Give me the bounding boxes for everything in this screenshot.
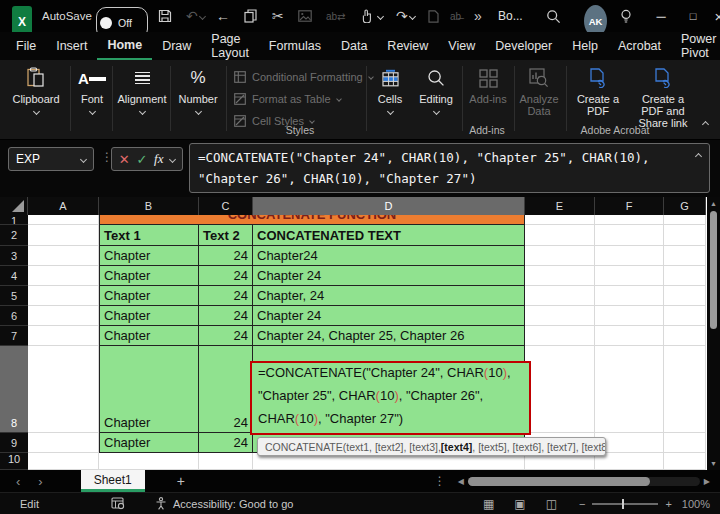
cell-B6[interactable]: Chapter [99,306,199,326]
cell-B3[interactable]: Chapter [99,246,199,266]
col-header-G[interactable]: G [664,197,706,215]
zoom-slider-thumb[interactable] [622,499,624,509]
tab-page-layout[interactable]: Page Layout [201,32,259,60]
normal-view-icon[interactable]: ▦ [483,497,494,511]
back-arrow-icon[interactable]: ← [216,0,230,32]
hscroll-right-icon[interactable]: ▶ [704,477,710,486]
vertical-scrollbar[interactable]: ▲ ▼ [707,197,720,470]
save-icon[interactable] [158,0,172,32]
confirm-entry-button[interactable]: ✓ [136,152,147,167]
insert-function-button[interactable]: fx [154,151,163,167]
cell-B7[interactable]: Chapter [99,326,199,346]
page-break-view-icon[interactable]: ◫ [546,497,557,511]
cell-D2[interactable]: CONCATENATED TEXT [253,225,525,246]
touch-mode-icon[interactable] [360,0,372,32]
fx-chevron-icon[interactable] [169,155,176,162]
close-button[interactable]: × [702,0,720,32]
collapse-ribbon-icon[interactable] [703,113,708,131]
hscroll-thumb[interactable] [468,477,650,486]
minimize-button[interactable]: ─ [644,0,678,32]
page-layout-view-icon[interactable]: ▣ [514,497,525,511]
sheetbar-options-icon[interactable]: ⋮ [434,474,446,488]
col-header-A[interactable]: A [28,197,99,215]
copy-icon[interactable] [244,0,257,32]
collapse-formula-bar-icon[interactable] [695,153,702,160]
row-header-8[interactable]: 8 [0,346,28,433]
select-all-corner[interactable] [0,197,28,215]
row-7[interactable]: 7 Chapter 24 Chapter 24, Chapter 25, Cha… [0,326,720,346]
macro-record-icon[interactable] [111,497,125,510]
cell-D7[interactable]: Chapter 24, Chapter 25, Chapter 26 [253,326,525,346]
row-header-4[interactable]: 4 [0,266,28,286]
row-header-6[interactable]: 6 [0,306,28,326]
tab-insert[interactable]: Insert [46,32,97,60]
tab-file[interactable]: File [0,32,46,60]
formula-input[interactable]: =CONCATENATE("Chapter 24", CHAR(10), "Ch… [189,143,710,193]
cell-B5[interactable]: Chapter [99,286,199,306]
name-box[interactable]: EXP [8,147,94,171]
cells-group-button[interactable]: Cells [370,65,410,114]
cell-C8[interactable]: 24 [199,346,253,433]
number-group-button[interactable]: % Number [174,65,222,114]
zoom-in-icon[interactable]: + [665,498,671,510]
row-header-3[interactable]: 3 [0,246,28,266]
cell-C4[interactable]: 24 [199,266,253,286]
create-pdf-button[interactable]: Create a PDF [572,65,624,117]
row-6[interactable]: 6 Chapter 24 Chapter 24 [0,306,720,326]
tab-data[interactable]: Data [331,32,377,60]
tab-home[interactable]: Home [97,32,152,60]
cell-C9[interactable]: 24 [199,433,253,453]
row-header-7[interactable]: 7 [0,326,28,346]
cell-C6[interactable]: 24 [199,306,253,326]
cut-icon[interactable]: ✂ [272,0,284,32]
cell-C2[interactable]: Text 2 [199,225,253,246]
vscroll-thumb[interactable] [710,211,717,329]
cell-D3[interactable]: Chapter24 [253,246,525,266]
tab-developer[interactable]: Developer [485,32,562,60]
row-2[interactable]: 2 Text 1 Text 2 CONCATENATED TEXT [0,225,720,246]
row-header-9[interactable]: 9 [0,433,28,453]
hscroll-left-icon[interactable]: ◀ [458,477,464,486]
row-3[interactable]: 3 Chapter 24 Chapter24 [0,246,720,266]
search-icon[interactable] [546,0,561,32]
cell-B2[interactable]: Text 1 [99,225,199,246]
cell-D6[interactable]: Chapter 24 [253,306,525,326]
tab-power-pivot[interactable]: Power Pivot [671,32,720,60]
editing-group-button[interactable]: Editing [414,65,458,114]
col-header-D[interactable]: D [253,197,525,215]
col-header-F[interactable]: F [595,197,664,215]
font-group-button[interactable]: A Font [76,65,108,114]
accessibility-status[interactable]: Accessibility: Good to go [155,497,293,510]
name-box-chevron-icon[interactable] [80,155,87,162]
row-header-1[interactable]: 1 [0,215,28,225]
banner-cell[interactable]: CONCATENATE FUNCTION [99,215,525,225]
tab-view[interactable]: View [438,32,485,60]
col-header-E[interactable]: E [525,197,595,215]
tab-acrobat[interactable]: Acrobat [608,32,671,60]
tab-formulas[interactable]: Formulas [259,32,331,60]
horizontal-scrollbar[interactable] [468,477,700,486]
touch-mode-chevron-icon[interactable] [378,0,383,32]
alignment-group-button[interactable]: Alignment [116,65,168,114]
row-header-2[interactable]: 2 [0,225,28,246]
cancel-entry-button[interactable]: ✕ [119,152,130,167]
tab-help[interactable]: Help [562,32,608,60]
cell-C5[interactable]: 24 [199,286,253,306]
cell-D5[interactable]: Chapter, 24 [253,286,525,306]
add-sheet-button[interactable]: + [177,473,185,489]
create-pdf-share-button[interactable]: Create a PDF and Share link [630,65,696,129]
cell-B9[interactable]: Chapter [99,433,199,453]
cell-B4[interactable]: Chapter [99,266,199,286]
zoom-slider[interactable] [592,503,658,505]
in-cell-formula-editor[interactable]: =CONCATENATE("Chapter 24", CHAR(10), "Ch… [250,361,531,435]
scroll-up-icon[interactable]: ▲ [707,197,720,210]
prev-sheet-icon[interactable]: ‹ [16,474,20,489]
row-4[interactable]: 4 Chapter 24 Chapter 24 [0,266,720,286]
cell-C7[interactable]: 24 [199,326,253,346]
zoom-out-icon[interactable]: − [579,498,585,510]
clipboard-group-button[interactable]: Clipboard [10,65,62,114]
sheet-tab-sheet1[interactable]: Sheet1 [81,470,145,492]
more-commands-icon[interactable]: » [474,0,482,32]
next-sheet-icon[interactable]: › [38,474,42,489]
redo-chevron-icon[interactable] [410,0,415,32]
